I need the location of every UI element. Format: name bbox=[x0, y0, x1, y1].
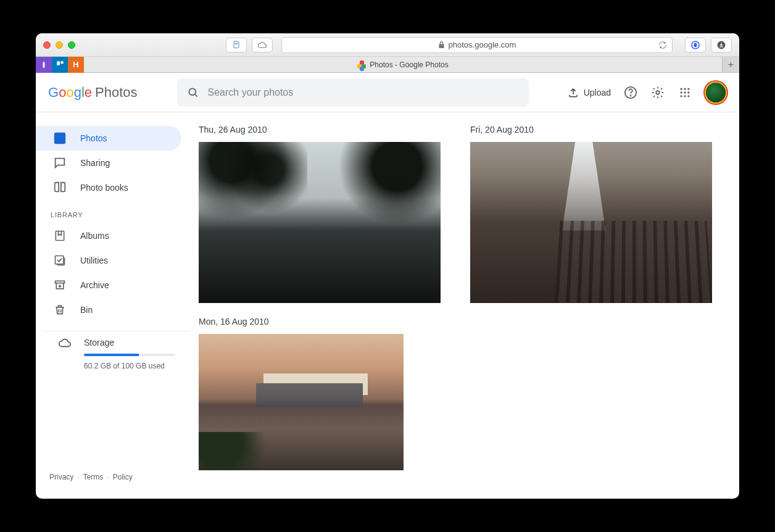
group-date: Thu, 26 Aug 2010 bbox=[199, 125, 441, 135]
storage-usage-text: 60.2 GB of 100 GB used bbox=[84, 361, 175, 372]
downloads-button[interactable] bbox=[711, 38, 732, 52]
sidebar-item-sharing[interactable]: Sharing bbox=[36, 151, 181, 175]
pinned-tab-3[interactable]: H bbox=[68, 57, 84, 73]
search-icon bbox=[187, 86, 199, 99]
footer-links: Privacy · Terms · Policy bbox=[36, 473, 196, 490]
address-text: photos.google.com bbox=[449, 40, 516, 49]
titlebar: photos.google.com bbox=[36, 33, 739, 57]
svg-point-22 bbox=[57, 135, 59, 137]
sidebar-item-label: Archive bbox=[80, 280, 109, 290]
svg-point-16 bbox=[684, 91, 686, 93]
close-window-button[interactable] bbox=[43, 41, 51, 49]
sidebar: Photos Sharing Photo books LIBRARY Albu bbox=[36, 112, 196, 499]
svg-rect-24 bbox=[56, 256, 64, 264]
sidebar-item-label: Bin bbox=[80, 305, 93, 315]
photo-group: Fri, 20 Aug 2010 bbox=[470, 125, 712, 303]
photo-thumbnail[interactable] bbox=[199, 142, 441, 303]
app-body: Photos Sharing Photo books LIBRARY Albu bbox=[36, 112, 739, 499]
tab-bar: H Photos - Google Photos + bbox=[36, 57, 739, 73]
sidebar-item-bin[interactable]: Bin bbox=[36, 297, 181, 322]
new-tab-button[interactable]: + bbox=[722, 57, 739, 72]
minimize-window-button[interactable] bbox=[56, 41, 63, 49]
sidebar-item-utilities[interactable]: Utilities bbox=[36, 248, 181, 273]
upload-button[interactable]: Upload bbox=[568, 87, 611, 98]
sidebar-item-photo-books[interactable]: Photo books bbox=[36, 175, 181, 200]
sidebar-item-label: Photos bbox=[80, 133, 107, 143]
svg-rect-6 bbox=[57, 61, 60, 65]
active-tab[interactable]: Photos - Google Photos bbox=[84, 57, 722, 72]
svg-point-17 bbox=[687, 91, 689, 93]
svg-point-20 bbox=[687, 95, 689, 97]
logo-product-text: Photos bbox=[95, 86, 138, 99]
tab-title: Photos - Google Photos bbox=[370, 60, 448, 69]
sidebar-item-archive[interactable]: Archive bbox=[36, 273, 181, 297]
svg-point-10 bbox=[630, 95, 631, 96]
check-box-icon bbox=[53, 254, 67, 267]
upload-icon bbox=[568, 87, 579, 98]
policy-link[interactable]: Policy bbox=[113, 473, 133, 481]
chat-icon bbox=[53, 156, 67, 170]
password-manager-button[interactable] bbox=[685, 38, 706, 52]
library-section-label: LIBRARY bbox=[36, 200, 196, 223]
apps-button[interactable] bbox=[678, 85, 692, 100]
storage-progress-bar bbox=[84, 354, 175, 356]
svg-point-14 bbox=[687, 88, 689, 89]
address-bar[interactable]: photos.google.com bbox=[281, 37, 673, 53]
svg-point-11 bbox=[656, 91, 660, 94]
browser-window: photos.google.com H Photos - Google Phot… bbox=[36, 33, 739, 499]
account-avatar[interactable] bbox=[705, 81, 727, 104]
window-controls bbox=[43, 41, 75, 49]
photo-grid: Thu, 26 Aug 2010 Fri, 20 Aug 2010 Mon, 1… bbox=[196, 112, 739, 499]
photo-group: Mon, 16 Aug 2010 bbox=[199, 317, 715, 470]
storage-section[interactable]: Storage 60.2 GB of 100 GB used bbox=[43, 331, 189, 372]
upload-label: Upload bbox=[584, 88, 611, 98]
svg-point-15 bbox=[681, 91, 682, 93]
storage-title: Storage bbox=[84, 338, 175, 347]
settings-button[interactable] bbox=[650, 85, 665, 100]
sidebar-item-label: Photo books bbox=[80, 183, 128, 193]
group-date: Mon, 16 Aug 2010 bbox=[199, 317, 715, 326]
photo-group: Thu, 26 Aug 2010 bbox=[199, 125, 441, 303]
sidebar-item-label: Sharing bbox=[80, 158, 110, 168]
svg-point-1 bbox=[235, 43, 236, 44]
svg-point-18 bbox=[681, 95, 682, 97]
terms-link[interactable]: Terms bbox=[83, 473, 104, 481]
photo-icon bbox=[53, 131, 67, 145]
help-button[interactable] bbox=[623, 85, 638, 100]
svg-rect-25 bbox=[56, 281, 65, 283]
pinned-tab-2[interactable] bbox=[52, 57, 68, 73]
google-photos-favicon bbox=[357, 60, 366, 69]
search-box[interactable] bbox=[177, 78, 529, 107]
svg-rect-7 bbox=[60, 61, 64, 64]
svg-rect-4 bbox=[694, 43, 696, 46]
search-input[interactable] bbox=[208, 87, 519, 98]
svg-point-13 bbox=[684, 88, 686, 89]
book-icon bbox=[53, 181, 67, 194]
cloud-icon bbox=[58, 338, 72, 349]
svg-point-8 bbox=[189, 88, 196, 95]
sidebar-item-photos[interactable]: Photos bbox=[36, 126, 181, 151]
photo-thumbnail[interactable] bbox=[199, 334, 404, 470]
svg-rect-0 bbox=[234, 41, 239, 48]
reload-icon[interactable] bbox=[658, 41, 667, 49]
trash-icon bbox=[53, 303, 67, 317]
sidebar-item-label: Utilities bbox=[80, 256, 108, 265]
sidebar-item-label: Albums bbox=[80, 231, 109, 241]
privacy-link[interactable]: Privacy bbox=[49, 473, 73, 481]
svg-point-2 bbox=[237, 43, 238, 44]
icloud-button[interactable] bbox=[252, 38, 273, 52]
archive-icon bbox=[53, 278, 67, 292]
svg-rect-23 bbox=[56, 231, 64, 241]
app-header: Google Photos Upload bbox=[36, 73, 739, 112]
photo-thumbnail[interactable] bbox=[470, 142, 712, 303]
extension-button-1[interactable] bbox=[226, 38, 247, 52]
lock-icon bbox=[438, 41, 445, 49]
google-photos-logo[interactable]: Google Photos bbox=[48, 86, 138, 99]
svg-point-19 bbox=[684, 95, 686, 97]
bookmark-icon bbox=[53, 229, 67, 243]
svg-point-12 bbox=[681, 88, 682, 89]
maximize-window-button[interactable] bbox=[68, 41, 75, 49]
group-date: Fri, 20 Aug 2010 bbox=[470, 125, 712, 135]
sidebar-item-albums[interactable]: Albums bbox=[36, 223, 181, 248]
pinned-tab-1[interactable] bbox=[36, 57, 52, 73]
